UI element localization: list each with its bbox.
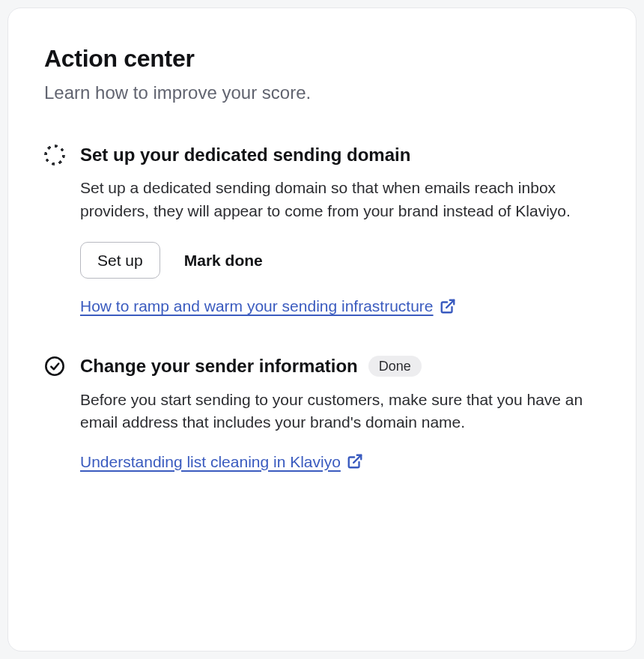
action-body: Set up your dedicated sending domain Set… [80, 143, 600, 317]
list-cleaning-link[interactable]: Understanding list cleaning in Klaviyo [80, 451, 341, 473]
svg-point-1 [46, 358, 63, 375]
card-header: Action center Learn how to improve your … [44, 44, 600, 106]
action-item-sender-info: Change your sender information Done Befo… [44, 354, 600, 472]
action-item-sending-domain: Set up your dedicated sending domain Set… [44, 143, 600, 317]
done-badge: Done [368, 356, 422, 377]
mark-done-button[interactable]: Mark done [181, 243, 266, 278]
svg-line-0 [446, 300, 454, 307]
action-link-row: Understanding list cleaning in Klaviyo [80, 451, 600, 473]
card-subtitle: Learn how to improve your score. [44, 80, 600, 106]
ramp-warm-link[interactable]: How to ramp and warm your sending infras… [80, 295, 434, 317]
card-title: Action center [44, 44, 600, 73]
svg-line-2 [353, 455, 361, 463]
action-description: Set up a dedicated sending domain so tha… [80, 177, 589, 222]
action-heading-row: Set up your dedicated sending domain [80, 143, 600, 166]
action-heading-row: Change your sender information Done [80, 354, 600, 377]
action-center-card: Action center Learn how to improve your … [7, 7, 637, 652]
action-heading: Change your sender information [80, 354, 358, 377]
action-heading: Set up your dedicated sending domain [80, 143, 410, 166]
external-link-icon [347, 453, 363, 470]
action-body: Change your sender information Done Befo… [80, 354, 600, 472]
action-description: Before you start sending to your custome… [80, 389, 589, 434]
set-up-button[interactable]: Set up [80, 242, 160, 279]
action-button-row: Set up Mark done [80, 242, 600, 279]
done-status-icon [44, 356, 65, 377]
action-link-row: How to ramp and warm your sending infras… [80, 295, 600, 317]
pending-status-icon [44, 145, 65, 165]
external-link-icon [440, 298, 456, 315]
